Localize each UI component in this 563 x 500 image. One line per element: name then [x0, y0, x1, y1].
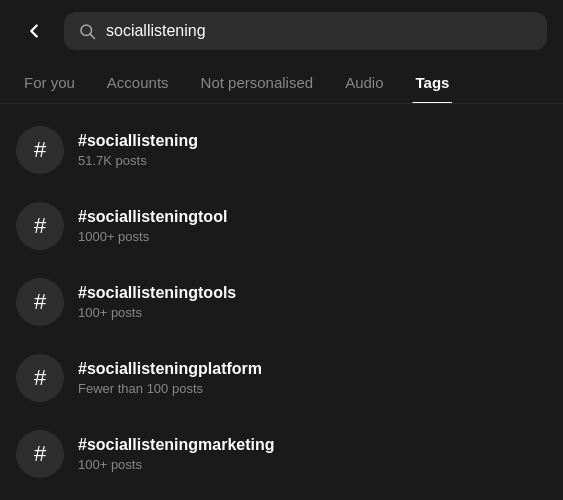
- result-subtitle-0: 51.7K posts: [78, 153, 198, 168]
- list-item[interactable]: # #sociallisteningtools 100+ posts: [0, 264, 563, 340]
- results-list: # #sociallistening 51.7K posts # #social…: [0, 104, 563, 500]
- tab-audio[interactable]: Audio: [329, 62, 399, 103]
- result-title-2: #sociallisteningtools: [78, 284, 236, 302]
- list-item[interactable]: # #sociallisteningmarketing 100+ posts: [0, 416, 563, 492]
- search-input[interactable]: [106, 22, 533, 40]
- result-title-1: #sociallisteningtool: [78, 208, 227, 226]
- back-icon: [23, 20, 45, 42]
- list-item[interactable]: # #sociallisteningtool 1000+ posts: [0, 188, 563, 264]
- result-title-4: #sociallisteningmarketing: [78, 436, 275, 454]
- tab-accounts[interactable]: Accounts: [91, 62, 185, 103]
- tab-not-personalised[interactable]: Not personalised: [185, 62, 330, 103]
- search-icon: [78, 22, 96, 40]
- result-subtitle-2: 100+ posts: [78, 305, 236, 320]
- result-subtitle-1: 1000+ posts: [78, 229, 227, 244]
- result-subtitle-4: 100+ posts: [78, 457, 275, 472]
- tabs-row: For you Accounts Not personalised Audio …: [0, 62, 563, 104]
- result-text-1: #sociallisteningtool 1000+ posts: [78, 208, 227, 244]
- search-bar[interactable]: [64, 12, 547, 50]
- search-icon-wrap: [78, 22, 96, 40]
- result-subtitle-3: Fewer than 100 posts: [78, 381, 262, 396]
- result-text-2: #sociallisteningtools 100+ posts: [78, 284, 236, 320]
- result-title-3: #sociallisteningplatform: [78, 360, 262, 378]
- list-item[interactable]: # #sociallistening 51.7K posts: [0, 112, 563, 188]
- hash-icon-1: #: [16, 202, 64, 250]
- hash-icon-4: #: [16, 430, 64, 478]
- svg-line-1: [90, 34, 94, 38]
- hash-icon-2: #: [16, 278, 64, 326]
- back-button[interactable]: [16, 13, 52, 49]
- result-text-0: #sociallistening 51.7K posts: [78, 132, 198, 168]
- tab-tags[interactable]: Tags: [400, 62, 466, 103]
- list-item[interactable]: # #sociallisteningplatform Fewer than 10…: [0, 340, 563, 416]
- result-title-0: #sociallistening: [78, 132, 198, 150]
- hash-icon-0: #: [16, 126, 64, 174]
- header: [0, 0, 563, 62]
- tab-for-you[interactable]: For you: [8, 62, 91, 103]
- result-text-4: #sociallisteningmarketing 100+ posts: [78, 436, 275, 472]
- hash-icon-3: #: [16, 354, 64, 402]
- result-text-3: #sociallisteningplatform Fewer than 100 …: [78, 360, 262, 396]
